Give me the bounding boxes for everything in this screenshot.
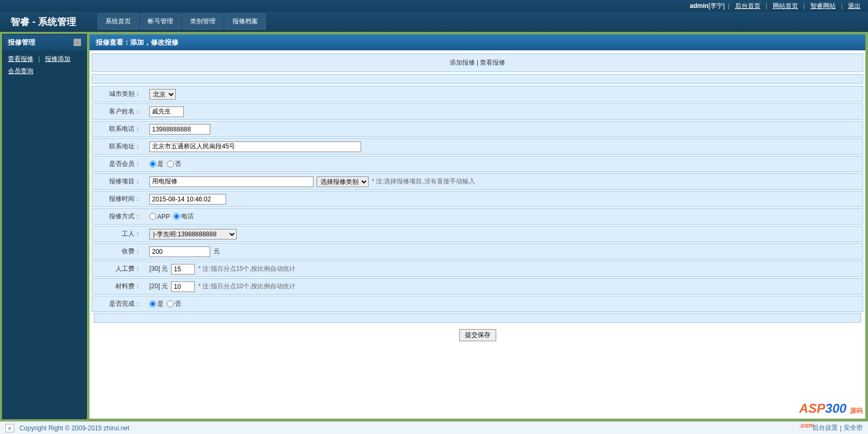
row-project: 报修项目： 选择报修类别 * 注:选择报修项目,没有直接手动输入 (92, 173, 863, 190)
material-note: * 注:指百分点10个,按比例自动统计 (198, 282, 296, 291)
row-material: 材料费： [20] 元 * 注:指百分点10个,按比例自动统计 (92, 278, 863, 295)
done-no-radio[interactable] (167, 300, 174, 307)
method-phone-radio[interactable] (173, 213, 180, 220)
phone-input[interactable] (149, 124, 210, 135)
link-site-home[interactable]: 网站首页 (773, 2, 798, 11)
time-input[interactable] (149, 194, 226, 205)
name-input[interactable] (149, 107, 184, 117)
row-done: 是否完成： 是 否 (92, 296, 863, 312)
address-input[interactable] (149, 141, 361, 152)
row-method: 报修方式： APP 电话 (92, 208, 863, 225)
sidebar-add-repair[interactable]: 报修添加 (45, 55, 70, 63)
content-title: 报修查看：添加，修改报修 (90, 34, 865, 50)
row-time: 报修时间： (92, 191, 863, 207)
toolbar: 添加报修 | 查看报修 (92, 54, 863, 72)
worker-select[interactable]: |-李先明:13988888888 (149, 229, 237, 240)
toolbar-view[interactable]: 查看报修 (480, 59, 505, 66)
link-logout[interactable]: 退出 (848, 2, 861, 11)
nav-repair-archive[interactable]: 报修档案 (225, 13, 266, 30)
fee-input[interactable] (149, 246, 210, 257)
row-labor: 人工费： [30] 元 * 注:指百分点15个,按比例自动统计 (92, 261, 863, 277)
spacer (92, 74, 863, 84)
method-app-radio[interactable] (149, 213, 156, 220)
main: 报修查看：添加，修改报修 添加报修 | 查看报修 城市类别： 北京 客户姓名： (89, 34, 866, 419)
logo: 智睿 - 系统管理 (11, 15, 76, 28)
form: 城市类别： 北京 客户姓名： 联系电话： 联系地址： (92, 86, 863, 418)
labor-note: * 注:指百分点15个,按比例自动统计 (198, 264, 296, 273)
nav-system-home[interactable]: 系统首页 (97, 13, 139, 30)
nav-account-mgmt[interactable]: 帐号管理 (140, 13, 181, 30)
submit-button[interactable]: 提交保存 (459, 329, 496, 341)
collapse-icon[interactable]: ▫ (74, 39, 81, 46)
row-city: 城市类别： 北京 (92, 86, 863, 102)
row-name: 客户姓名： (92, 103, 863, 120)
city-select[interactable]: 北京 (149, 89, 176, 100)
main-nav: 系统首页 帐号管理 类别管理 报修档案 (97, 13, 266, 30)
project-input[interactable] (149, 176, 314, 187)
nav-category-mgmt[interactable]: 类别管理 (182, 13, 223, 30)
row-address: 联系地址： (92, 138, 863, 155)
footer-collapse-icon[interactable]: « (5, 424, 14, 432)
row-phone: 联系电话： (92, 121, 863, 137)
link-admin-home[interactable]: 后台首页 (735, 2, 760, 11)
member-yes-radio[interactable] (149, 161, 156, 167)
sidebar: 报修管理 ▫ 查看报修 | 报修添加 会员查询 (2, 34, 87, 419)
header: 智睿 - 系统管理 系统首页 帐号管理 类别管理 报修档案 (0, 12, 868, 32)
link-zhirui-site[interactable]: 智睿网站 (810, 2, 836, 11)
topbar: admin[李宁] | 后台首页 | 网站首页 | 智睿网站 | 退出 (0, 0, 868, 12)
submit-row: 提交保存 (92, 324, 863, 347)
project-category-select[interactable]: 选择报修类别 (317, 176, 369, 187)
project-note: * 注:选择报修项目,没有直接手动输入 (372, 177, 475, 186)
sidebar-view-repair[interactable]: 查看报修 (8, 55, 33, 63)
row-worker: 工人： |-李先明:13988888888 (92, 226, 863, 242)
material-input[interactable] (171, 281, 195, 292)
body: 报修管理 ▫ 查看报修 | 报修添加 会员查询 报修查看：添加，修改报修 添加报… (0, 32, 868, 421)
sidebar-title: 报修管理 ▫ (3, 34, 86, 50)
sidebar-member-query[interactable]: 会员查询 (8, 67, 33, 75)
spacer-bottom (94, 313, 861, 323)
labor-input[interactable] (171, 264, 195, 274)
user-label: admin[李宁] (690, 2, 724, 11)
member-no-radio[interactable] (167, 161, 174, 167)
sidebar-links: 查看报修 | 报修添加 会员查询 (3, 50, 86, 83)
footer-security[interactable]: 安全密 (844, 423, 863, 432)
footer-admin-settings[interactable]: 后台设置 (812, 423, 838, 432)
copyright: Copyright Right © 2009-2015 zhirui.net (20, 424, 130, 432)
footer: « Copyright Right © 2009-2015 zhirui.net… (0, 421, 868, 434)
toolbar-add[interactable]: 添加报修 (450, 59, 475, 66)
row-member: 是否会员： 是 否 (92, 156, 863, 172)
row-fee: 收费： 元 (92, 243, 863, 260)
done-yes-radio[interactable] (149, 300, 156, 307)
